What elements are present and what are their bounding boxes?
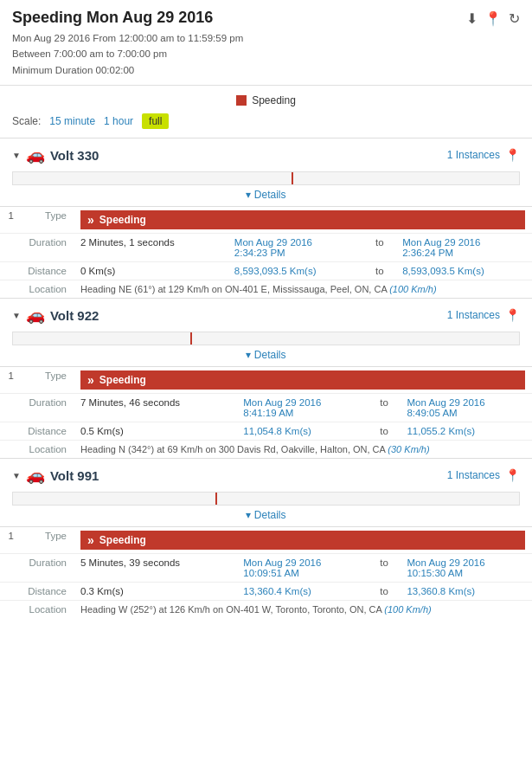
distance-text: 0 Km(s) xyxy=(74,262,228,280)
end-date-text: Mon Aug 29 2016 xyxy=(407,557,484,568)
details-chevron-0: ▾ xyxy=(246,189,251,201)
location-row: Location Heading N (342°) at 69 Km/h on … xyxy=(0,441,532,459)
location-text: Heading NE (61°) at 129 Km/h on ON-401 E… xyxy=(80,284,437,294)
start-date-text: Mon Aug 29 2016 xyxy=(234,237,312,248)
scale-full-button[interactable]: full xyxy=(142,113,169,129)
to-text-dist: to xyxy=(369,422,401,441)
location-icon[interactable]: 📍 xyxy=(484,10,502,27)
page-title: Speeding Mon Aug 29 2016 xyxy=(12,9,213,27)
speeding-legend-label: Speeding xyxy=(252,94,296,106)
vehicle-header-1: ▼ 🚗 Volt 922 1 Instances 📍 xyxy=(0,299,532,332)
pin-icon-0[interactable]: 📍 xyxy=(505,148,520,162)
start-km: 11,054.8 Km(s) xyxy=(236,422,368,441)
location-cell: Heading W (252°) at 126 Km/h on ON-401 W… xyxy=(74,601,532,619)
download-icon[interactable]: ⬇ xyxy=(466,10,478,27)
start-date-text: Mon Aug 29 2016 xyxy=(243,557,321,568)
vehicle-section-2: ▼ 🚗 Volt 991 1 Instances 📍 ▾ Details 1 T… xyxy=(0,458,532,618)
row-num: 1 xyxy=(0,527,17,554)
collapse-arrow-0[interactable]: ▼ xyxy=(12,151,21,160)
row-num-duration xyxy=(0,554,17,583)
type-bar: » Speeding xyxy=(80,370,525,390)
scale-1hour-button[interactable]: 1 hour xyxy=(104,115,133,127)
header-icons: ⬇ 📍 ↻ xyxy=(466,10,520,27)
to-text-dist: to xyxy=(369,583,401,601)
vehicle-section-0: ▼ 🚗 Volt 330 1 Instances 📍 ▾ Details 1 T… xyxy=(0,138,532,298)
timeline-bar-1 xyxy=(12,332,520,345)
type-label: Type xyxy=(17,367,74,394)
to-text: to xyxy=(364,234,396,262)
instances-link-0[interactable]: 1 Instances xyxy=(447,149,500,161)
location-label: Location xyxy=(17,280,74,299)
vehicle-name-0: Volt 330 xyxy=(50,148,99,163)
start-time-text: 10:09:51 AM xyxy=(243,568,299,578)
end-km-text: 13,360.8 Km(s) xyxy=(407,586,475,596)
vehicles-container: ▼ 🚗 Volt 330 1 Instances 📍 ▾ Details 1 T… xyxy=(0,138,532,618)
vehicle-name-1: Volt 922 xyxy=(50,308,99,323)
distance-row: Distance 0 Km(s) 8,593,093.5 Km(s) to 8,… xyxy=(0,262,532,280)
scale-section: Scale: 15 minute 1 hour full xyxy=(0,110,532,138)
location-text: Heading W (252°) at 126 Km/h on ON-401 W… xyxy=(80,604,432,615)
start-date: Mon Aug 29 2016 10:09:51 AM xyxy=(236,554,368,583)
scale-15min-button[interactable]: 15 minute xyxy=(49,115,95,127)
meta-line2: Between 7:00:00 am to 7:00:00 pm xyxy=(12,46,520,61)
type-cell: » Speeding xyxy=(74,527,532,554)
start-date: Mon Aug 29 2016 8:41:19 AM xyxy=(236,394,368,422)
event-table-2-0: 1 Type » Speeding Duration 5 Minutes, 39… xyxy=(0,526,532,618)
to-text-dist: to xyxy=(364,262,396,280)
to-text: to xyxy=(369,554,401,583)
details-toggle-1[interactable]: ▾ Details xyxy=(0,345,532,366)
start-km-text: 13,360.4 Km(s) xyxy=(243,586,311,596)
distance-label: Distance xyxy=(17,422,74,441)
vehicle-name-2: Volt 991 xyxy=(50,468,99,483)
end-time-text: 2:36:24 PM xyxy=(402,248,453,258)
type-row: 1 Type » Speeding xyxy=(0,367,532,394)
row-num-location xyxy=(0,601,17,619)
duration-text: 2 Minutes, 1 seconds xyxy=(74,234,228,262)
instances-link-1[interactable]: 1 Instances xyxy=(447,309,500,321)
timeline-bar-0 xyxy=(12,171,520,185)
pin-icon-2[interactable]: 📍 xyxy=(505,468,520,482)
distance-label: Distance xyxy=(17,262,74,280)
vehicle-right-2: 1 Instances 📍 xyxy=(447,468,520,482)
timeline-marker-2 xyxy=(215,493,217,505)
start-km-text: 8,593,093.5 Km(s) xyxy=(234,266,317,276)
row-num-distance xyxy=(0,422,17,441)
vehicle-icon-0: 🚗 xyxy=(26,145,45,164)
location-text: Heading N (342°) at 69 Km/h on 300 Davis… xyxy=(80,444,430,454)
vehicle-section-1: ▼ 🚗 Volt 922 1 Instances 📍 ▾ Details 1 T… xyxy=(0,298,532,458)
end-date: Mon Aug 29 2016 8:49:05 AM xyxy=(400,394,532,422)
location-label: Location xyxy=(17,601,74,619)
type-bar: » Speeding xyxy=(80,531,525,550)
speed-limit-text: (100 Km/h) xyxy=(384,604,431,615)
refresh-icon[interactable]: ↻ xyxy=(509,10,520,27)
location-cell: Heading NE (61°) at 129 Km/h on ON-401 E… xyxy=(74,280,532,299)
instances-link-2[interactable]: 1 Instances xyxy=(447,469,500,481)
type-row: 1 Type » Speeding xyxy=(0,207,532,234)
distance-text: 0.5 Km(s) xyxy=(74,422,236,441)
collapse-arrow-1[interactable]: ▼ xyxy=(12,311,21,320)
collapse-arrow-2[interactable]: ▼ xyxy=(12,471,21,480)
vehicle-icon-2: 🚗 xyxy=(26,466,45,485)
speed-limit-text: (30 Km/h) xyxy=(388,444,429,454)
start-date-text: Mon Aug 29 2016 xyxy=(243,397,321,408)
details-toggle-0[interactable]: ▾ Details xyxy=(0,185,532,206)
details-toggle-2[interactable]: ▾ Details xyxy=(0,506,532,526)
pin-icon-1[interactable]: 📍 xyxy=(505,308,520,322)
header-section: Speeding Mon Aug 29 2016 ⬇ 📍 ↻ Mon Aug 2… xyxy=(0,0,532,86)
end-time-text: 10:15:30 AM xyxy=(407,568,463,578)
timeline-marker-0 xyxy=(292,172,293,184)
legend-section: Speeding xyxy=(0,86,532,110)
speed-limit-text: (100 Km/h) xyxy=(389,284,436,294)
start-time-text: 8:41:19 AM xyxy=(243,408,293,418)
end-km: 13,360.8 Km(s) xyxy=(400,583,532,601)
distance-row: Distance 0.3 Km(s) 13,360.4 Km(s) to 13,… xyxy=(0,583,532,601)
vehicle-right-1: 1 Instances 📍 xyxy=(447,308,520,322)
end-date: Mon Aug 29 2016 2:36:24 PM xyxy=(395,234,532,262)
type-arrows-icon: » xyxy=(87,213,94,227)
row-num-location xyxy=(0,280,17,299)
row-num-distance xyxy=(0,583,17,601)
end-km-text: 11,055.2 Km(s) xyxy=(407,426,475,436)
end-date-text: Mon Aug 29 2016 xyxy=(407,397,484,408)
vehicle-header-0: ▼ 🚗 Volt 330 1 Instances 📍 xyxy=(0,138,532,171)
duration-label: Duration xyxy=(17,234,74,262)
